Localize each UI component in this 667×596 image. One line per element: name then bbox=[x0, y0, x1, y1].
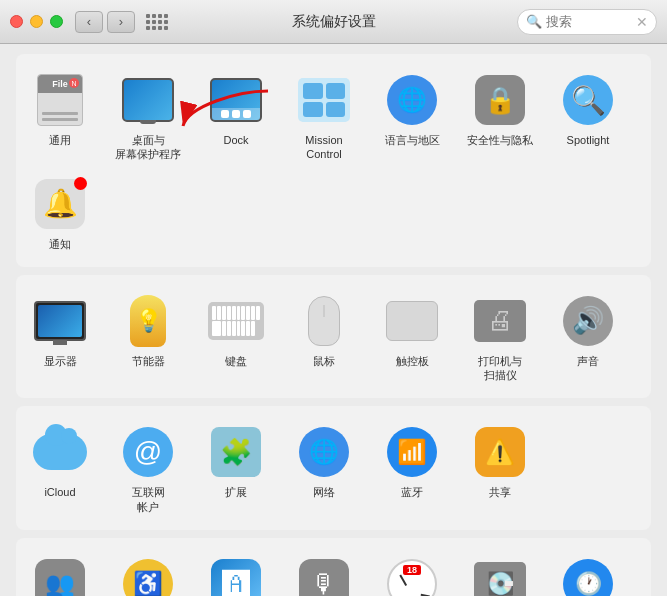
pref-icloud[interactable]: iCloud bbox=[16, 416, 104, 520]
energy-label: 节能器 bbox=[132, 354, 165, 368]
datetime-icon-wrap: 18 bbox=[384, 556, 440, 596]
traffic-lights bbox=[10, 15, 63, 28]
clear-search-icon[interactable]: ✕ bbox=[636, 14, 648, 30]
pref-mission[interactable]: MissionControl bbox=[280, 64, 368, 168]
section-system: 👥 用户与群组 ♿ 家长控制 🅰 App Store bbox=[16, 538, 651, 596]
pref-trackpad[interactable]: 触控板 bbox=[368, 285, 456, 389]
pref-users[interactable]: 👥 用户与群组 bbox=[16, 548, 104, 596]
desktop-label: 桌面与屏幕保护程序 bbox=[115, 133, 181, 162]
general-icon-wrap: File N bbox=[32, 72, 88, 128]
language-icon-wrap: 🌐 bbox=[384, 72, 440, 128]
titlebar: ‹ › 系统偏好设置 🔍 ✕ bbox=[0, 0, 667, 44]
display-label: 显示器 bbox=[44, 354, 77, 368]
pref-mouse[interactable]: 鼠标 bbox=[280, 285, 368, 389]
pref-dictation[interactable]: 🎙 听写与语音 bbox=[280, 548, 368, 596]
display-icon-wrap bbox=[32, 293, 88, 349]
network-icon-wrap: 🌐 bbox=[296, 424, 352, 480]
notify-icon-wrap: 🔔 bbox=[32, 176, 88, 232]
dictation-icon-wrap: 🎙 bbox=[296, 556, 352, 596]
section-hardware: 显示器 💡 节能器 bbox=[16, 275, 651, 399]
search-bar[interactable]: 🔍 ✕ bbox=[517, 9, 657, 35]
mission-label: MissionControl bbox=[305, 133, 342, 162]
icloud-icon-wrap bbox=[32, 424, 88, 480]
pref-bluetooth[interactable]: 📶 蓝牙 bbox=[368, 416, 456, 520]
maximize-button[interactable] bbox=[50, 15, 63, 28]
startup-icon-wrap: 💽 bbox=[472, 556, 528, 596]
mouse-icon-wrap bbox=[296, 293, 352, 349]
pref-internet-accounts[interactable]: @ 互联网帐户 bbox=[104, 416, 192, 520]
general-label: 通用 bbox=[49, 133, 71, 147]
spotlight-icon-wrap: 🔍 bbox=[560, 72, 616, 128]
timemachine-icon-wrap: 🕐 bbox=[560, 556, 616, 596]
pref-spotlight[interactable]: 🔍 Spotlight bbox=[544, 64, 632, 168]
pref-dock[interactable]: Dock bbox=[192, 64, 280, 168]
section-personal: File N 通用 桌面与屏幕 bbox=[16, 54, 651, 267]
sharing-label: 共享 bbox=[489, 485, 511, 499]
grid-view-button[interactable] bbox=[143, 11, 171, 33]
mission-icon-wrap bbox=[296, 72, 352, 128]
extensions-icon-wrap: 🧩 bbox=[208, 424, 264, 480]
users-icon-wrap: 👥 bbox=[32, 556, 88, 596]
extensions-label: 扩展 bbox=[225, 485, 247, 499]
energy-icon-wrap: 💡 bbox=[120, 293, 176, 349]
pref-appstore[interactable]: 🅰 App Store bbox=[192, 548, 280, 596]
pref-extensions[interactable]: 🧩 扩展 bbox=[192, 416, 280, 520]
pref-display[interactable]: 显示器 bbox=[16, 285, 104, 389]
sharing-icon-wrap: ⚠️ bbox=[472, 424, 528, 480]
icloud-label: iCloud bbox=[44, 485, 75, 499]
bluetooth-label: 蓝牙 bbox=[401, 485, 423, 499]
icon-grid-hardware: 显示器 💡 节能器 bbox=[16, 285, 651, 389]
appstore-icon-wrap: 🅰 bbox=[208, 556, 264, 596]
section-internet: iCloud @ 互联网帐户 🧩 扩展 🌐 bbox=[16, 406, 651, 530]
language-label: 语言与地区 bbox=[385, 133, 440, 147]
pref-general[interactable]: File N 通用 bbox=[16, 64, 104, 168]
dock-icon-wrap bbox=[208, 72, 264, 128]
window: ‹ › 系统偏好设置 🔍 ✕ bbox=[0, 0, 667, 596]
minimize-button[interactable] bbox=[30, 15, 43, 28]
internet-accounts-icon-wrap: @ bbox=[120, 424, 176, 480]
window-title: 系统偏好设置 bbox=[292, 13, 376, 31]
content-area: File N 通用 桌面与屏幕 bbox=[0, 44, 667, 596]
bluetooth-icon-wrap: 📶 bbox=[384, 424, 440, 480]
printer-label: 打印机与扫描仪 bbox=[478, 354, 522, 383]
search-input[interactable] bbox=[546, 14, 632, 29]
sound-icon-wrap: 🔊 bbox=[560, 293, 616, 349]
internet-accounts-label: 互联网帐户 bbox=[132, 485, 165, 514]
back-button[interactable]: ‹ bbox=[75, 11, 103, 33]
sound-label: 声音 bbox=[577, 354, 599, 368]
dock-label: Dock bbox=[223, 133, 248, 147]
notify-label: 通知 bbox=[49, 237, 71, 251]
icon-grid-personal: File N 通用 桌面与屏幕 bbox=[16, 64, 651, 257]
pref-printer[interactable]: 🖨 打印机与扫描仪 bbox=[456, 285, 544, 389]
close-button[interactable] bbox=[10, 15, 23, 28]
security-label: 安全性与隐私 bbox=[467, 133, 533, 147]
pref-network[interactable]: 🌐 网络 bbox=[280, 416, 368, 520]
pref-energy[interactable]: 💡 节能器 bbox=[104, 285, 192, 389]
pref-sound[interactable]: 🔊 声音 bbox=[544, 285, 632, 389]
pref-notify[interactable]: 🔔 通知 bbox=[16, 168, 104, 257]
trackpad-icon-wrap bbox=[384, 293, 440, 349]
network-label: 网络 bbox=[313, 485, 335, 499]
pref-startup[interactable]: 💽 启动磁盘 bbox=[456, 548, 544, 596]
parental-icon-wrap: ♿ bbox=[120, 556, 176, 596]
spotlight-label: Spotlight bbox=[567, 133, 610, 147]
pref-language[interactable]: 🌐 语言与地区 bbox=[368, 64, 456, 168]
pref-timemachine[interactable]: 🕐 Time Machine bbox=[544, 548, 632, 596]
printer-icon-wrap: 🖨 bbox=[472, 293, 528, 349]
keyboard-label: 键盘 bbox=[225, 354, 247, 368]
icon-grid-internet: iCloud @ 互联网帐户 🧩 扩展 🌐 bbox=[16, 416, 651, 520]
forward-button[interactable]: › bbox=[107, 11, 135, 33]
mouse-label: 鼠标 bbox=[313, 354, 335, 368]
keyboard-icon-wrap bbox=[208, 293, 264, 349]
nav-buttons: ‹ › bbox=[75, 11, 135, 33]
pref-datetime[interactable]: 18 日期与时间 bbox=[368, 548, 456, 596]
pref-parental[interactable]: ♿ 家长控制 bbox=[104, 548, 192, 596]
security-icon-wrap: 🔒 bbox=[472, 72, 528, 128]
icon-grid-system: 👥 用户与群组 ♿ 家长控制 🅰 App Store bbox=[16, 548, 651, 596]
pref-sharing[interactable]: ⚠️ 共享 bbox=[456, 416, 544, 520]
pref-desktop[interactable]: 桌面与屏幕保护程序 bbox=[104, 64, 192, 168]
pref-security[interactable]: 🔒 安全性与隐私 bbox=[456, 64, 544, 168]
search-icon: 🔍 bbox=[526, 14, 542, 29]
trackpad-label: 触控板 bbox=[396, 354, 429, 368]
pref-keyboard[interactable]: 键盘 bbox=[192, 285, 280, 389]
